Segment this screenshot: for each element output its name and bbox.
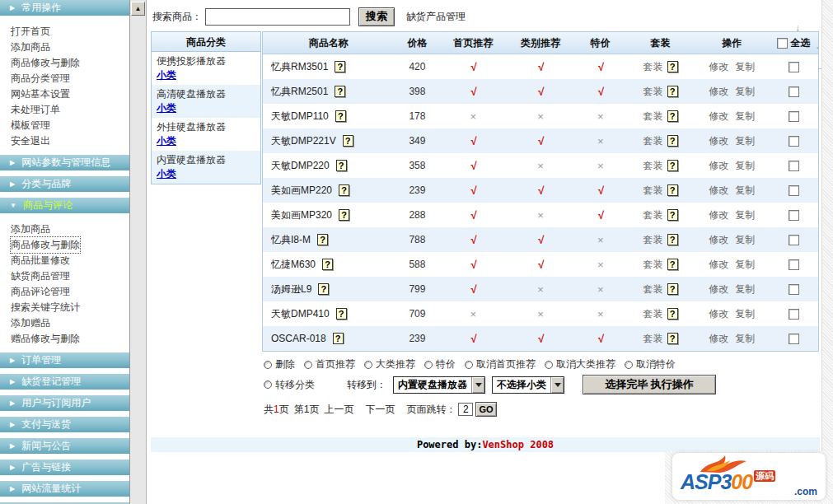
- sidebar-section-header[interactable]: ▶网站流量统计: [0, 481, 129, 497]
- copy-link[interactable]: 复制: [735, 134, 755, 148]
- sidebar-section-header[interactable]: ▶新闻与公告: [0, 438, 129, 454]
- copy-link[interactable]: 复制: [735, 60, 755, 74]
- question-icon[interactable]: ?: [317, 234, 328, 245]
- sidebar-item[interactable]: 打开首页: [11, 24, 50, 40]
- row-checkbox[interactable]: [789, 111, 799, 122]
- question-icon[interactable]: ?: [318, 283, 329, 295]
- row-checkbox[interactable]: [789, 210, 799, 221]
- radio-option[interactable]: 首页推荐: [304, 357, 355, 371]
- execute-button[interactable]: 选择完毕 执行操作: [583, 375, 716, 394]
- question-icon[interactable]: ?: [335, 110, 346, 122]
- question-icon[interactable]: ?: [667, 135, 678, 147]
- sidebar-section-header[interactable]: ▶常用操作: [0, 0, 129, 16]
- subcategory-link[interactable]: 小类: [157, 68, 176, 82]
- question-icon[interactable]: ?: [667, 184, 678, 196]
- edit-link[interactable]: 修改: [709, 258, 728, 272]
- subcategory-link[interactable]: 小类: [157, 134, 176, 147]
- subcategory-select[interactable]: 不选择小类: [492, 376, 564, 394]
- question-icon[interactable]: ?: [667, 333, 678, 344]
- edit-link[interactable]: 修改: [709, 184, 728, 198]
- edit-link[interactable]: 修改: [709, 208, 728, 222]
- sidebar-section-header[interactable]: ▶缺货登记管理: [0, 374, 129, 390]
- edit-link[interactable]: 修改: [709, 159, 728, 173]
- sidebar-item[interactable]: 添加商品: [11, 40, 50, 55]
- dropdown-arrow-icon[interactable]: [550, 377, 564, 393]
- edit-link[interactable]: 修改: [709, 60, 728, 74]
- question-icon[interactable]: ?: [335, 61, 345, 72]
- radio-option-transfer[interactable]: 转移分类: [264, 378, 315, 392]
- copy-link[interactable]: 复制: [735, 159, 755, 173]
- radio-option[interactable]: 取消特价: [625, 357, 676, 371]
- bundle-link[interactable]: 套装: [643, 110, 663, 124]
- question-icon[interactable]: ?: [336, 308, 347, 320]
- question-icon[interactable]: ?: [322, 259, 333, 270]
- bundle-link[interactable]: 套装: [643, 282, 663, 296]
- question-icon[interactable]: ?: [335, 86, 345, 97]
- question-icon[interactable]: ?: [339, 184, 349, 196]
- bundle-link[interactable]: 套装: [643, 208, 663, 222]
- sidebar-item[interactable]: 商品修改与删除: [11, 55, 80, 71]
- row-checkbox[interactable]: [789, 136, 799, 147]
- category-name[interactable]: 高清硬盘播放器: [157, 87, 260, 101]
- question-icon[interactable]: ?: [336, 160, 347, 171]
- sidebar-item[interactable]: 商品批量修改: [11, 253, 70, 268]
- sidebar-item[interactable]: 搜索关键字统计: [11, 300, 80, 315]
- sidebar-section-header[interactable]: ▼商品与评论: [0, 198, 129, 213]
- search-button[interactable]: 搜索: [358, 7, 395, 26]
- question-icon[interactable]: ?: [667, 308, 678, 320]
- edit-link[interactable]: 修改: [709, 332, 728, 346]
- asp300-logo[interactable]: ASP300源码 .com: [672, 453, 826, 500]
- bundle-link[interactable]: 套装: [643, 233, 663, 247]
- edit-link[interactable]: 修改: [709, 233, 728, 247]
- row-checkbox[interactable]: [789, 334, 799, 344]
- question-icon[interactable]: ?: [339, 209, 349, 221]
- edit-link[interactable]: 修改: [709, 85, 728, 99]
- sidebar-item[interactable]: 安全退出: [11, 133, 50, 149]
- row-checkbox[interactable]: [789, 309, 799, 320]
- row-checkbox[interactable]: [789, 62, 799, 72]
- bundle-link[interactable]: 套装: [643, 85, 663, 99]
- sidebar-item[interactable]: 赠品修改与删除: [11, 331, 80, 347]
- edit-link[interactable]: 修改: [709, 134, 728, 148]
- sidebar-item[interactable]: 商品评论管理: [11, 284, 70, 300]
- row-checkbox[interactable]: [789, 86, 799, 97]
- question-icon[interactable]: ?: [667, 283, 678, 295]
- copy-link[interactable]: 复制: [735, 258, 755, 272]
- sidebar-item[interactable]: 添加赠品: [11, 315, 50, 331]
- question-icon[interactable]: ?: [667, 234, 678, 245]
- next-page-link[interactable]: 下一页: [365, 403, 395, 417]
- sidebar-section-header[interactable]: ▶分类与品牌: [0, 176, 129, 192]
- scroll-up-button[interactable]: ▲: [131, 2, 145, 16]
- bundle-link[interactable]: 套装: [643, 159, 663, 173]
- row-checkbox[interactable]: [789, 235, 799, 245]
- radio-option[interactable]: 特价: [424, 357, 456, 371]
- row-checkbox[interactable]: [789, 161, 799, 171]
- question-icon[interactable]: ?: [667, 209, 678, 221]
- question-icon[interactable]: ?: [667, 160, 678, 171]
- category-name[interactable]: 内置硬盘播放器: [157, 153, 260, 167]
- subcategory-link[interactable]: 小类: [157, 167, 176, 180]
- sidebar-section-header[interactable]: ▶网站参数与管理信息: [0, 155, 129, 170]
- radio-option[interactable]: 取消大类推荐: [545, 357, 615, 371]
- subcategory-link[interactable]: 小类: [157, 101, 176, 114]
- category-name[interactable]: 便携投影播放器: [157, 54, 260, 68]
- edit-link[interactable]: 修改: [709, 282, 728, 296]
- row-checkbox[interactable]: [789, 259, 799, 270]
- bundle-link[interactable]: 套装: [643, 307, 663, 321]
- sidebar-item[interactable]: 未处理订单: [11, 102, 60, 118]
- radio-option[interactable]: 大类推荐: [364, 357, 415, 371]
- copy-link[interactable]: 复制: [735, 282, 755, 296]
- bundle-link[interactable]: 套装: [643, 184, 663, 198]
- copy-link[interactable]: 复制: [735, 110, 755, 124]
- radio-option[interactable]: 删除: [264, 357, 295, 371]
- prev-page-link[interactable]: 上一页: [324, 403, 353, 417]
- sidebar-item[interactable]: 模板管理: [11, 118, 50, 133]
- copy-link[interactable]: 复制: [735, 85, 755, 99]
- row-checkbox[interactable]: [789, 185, 799, 196]
- question-icon[interactable]: ?: [333, 333, 344, 344]
- bundle-link[interactable]: 套装: [643, 134, 663, 148]
- question-icon[interactable]: ?: [667, 259, 678, 270]
- sidebar-item[interactable]: 商品修改与删除: [11, 237, 80, 253]
- select-all-checkbox[interactable]: [777, 38, 788, 49]
- question-icon[interactable]: ?: [667, 61, 678, 72]
